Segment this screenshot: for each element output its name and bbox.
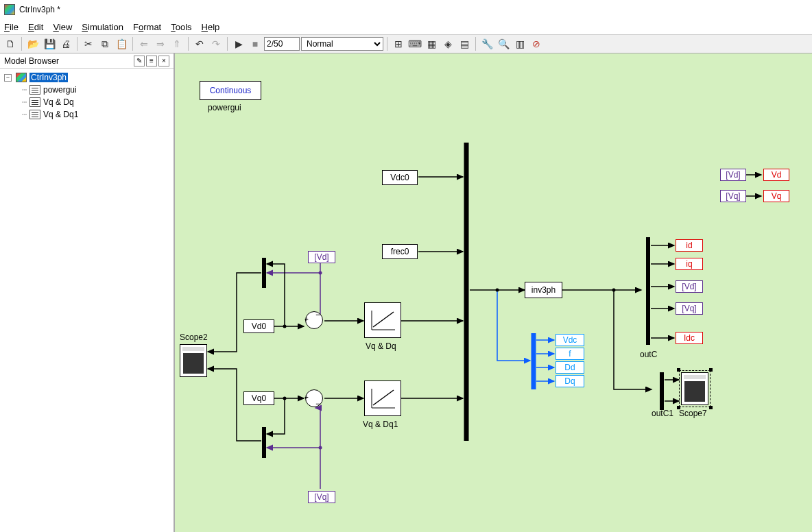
block-from-vq-top[interactable]: [Vq] <box>720 190 746 202</box>
block-out-vd-top[interactable]: Vd <box>763 169 789 181</box>
play-icon[interactable]: ▶ <box>231 36 246 51</box>
config-icon[interactable]: ▥ <box>512 36 527 51</box>
menu-simulation[interactable]: Simulation <box>82 22 123 32</box>
block-tf-q[interactable] <box>364 380 401 416</box>
tree-label: powergui <box>43 85 77 95</box>
save-icon[interactable]: 💾 <box>42 36 57 51</box>
block-from-vd-top[interactable]: [Vd] <box>720 169 746 181</box>
block-sum-d[interactable]: + − <box>305 311 323 329</box>
main: Model Browser ✎ ≡ × − CtrInv3ph ┄ powerg… <box>0 53 812 532</box>
sidebar-title: Model Browser <box>4 56 59 66</box>
block-scope7[interactable] <box>681 372 708 405</box>
canvas[interactable]: Continuous powergui Vdc0 frec0 Vd0 Vq0 [… <box>175 53 812 532</box>
svg-point-25 <box>319 446 322 450</box>
app-icon <box>4 4 15 15</box>
menu-help[interactable]: Help <box>202 22 220 32</box>
block-tf-d[interactable] <box>364 302 401 338</box>
block-bus-dd[interactable]: Dd <box>556 361 584 374</box>
tool-icon-1[interactable]: ⊞ <box>391 36 406 51</box>
menubar: File Edit View Simulation Format Tools H… <box>0 19 812 34</box>
block-inv3ph[interactable]: inv3ph <box>525 282 562 298</box>
block-bus-dq[interactable]: Dq <box>556 375 584 387</box>
block-from-vd[interactable]: [Vd] <box>308 251 335 263</box>
target-icon[interactable]: ⊘ <box>529 36 544 51</box>
block-scope2[interactable] <box>180 344 207 377</box>
block-out-vq-top[interactable]: Vq <box>763 190 789 202</box>
tree-item-powergui[interactable]: ┄ powergui <box>4 84 169 96</box>
subsystem-icon <box>29 97 40 107</box>
paste-icon[interactable]: 📋 <box>114 36 129 51</box>
open-icon[interactable]: 📂 <box>25 36 40 51</box>
label-outc: outC <box>640 350 657 359</box>
block-bus-vdc[interactable]: Vdc <box>556 334 584 346</box>
model-icon <box>16 73 27 82</box>
tree-root-label: CtrInv3ph <box>29 73 68 82</box>
svg-point-24 <box>283 397 287 400</box>
tool-icon-2[interactable]: ⌨ <box>407 36 422 51</box>
block-from-vq[interactable]: [Vq] <box>308 491 335 503</box>
block-out-iq[interactable]: iq <box>676 258 703 270</box>
tree-label: Vq & Dq <box>43 97 74 107</box>
tool-icon-3[interactable]: ▦ <box>424 36 439 51</box>
copy-icon[interactable]: ⧉ <box>97 36 112 51</box>
menu-tools[interactable]: Tools <box>171 22 191 32</box>
menu-view[interactable]: View <box>53 22 72 32</box>
svg-line-36 <box>373 312 394 327</box>
menu-edit[interactable]: Edit <box>28 22 43 32</box>
label-vqdq1: Vq & Dq1 <box>363 420 398 429</box>
sidebar-tool-2-icon[interactable]: ≡ <box>146 56 157 66</box>
stop-icon[interactable]: ■ <box>248 36 263 51</box>
explorer-icon[interactable]: 🔍 <box>496 36 511 51</box>
redo-icon[interactable]: ↷ <box>208 36 224 51</box>
block-vdc0[interactable]: Vdc0 <box>382 170 418 185</box>
label-scope7: Scope7 <box>679 409 707 418</box>
mode-select[interactable]: Normal <box>301 37 383 51</box>
print-icon[interactable]: 🖨 <box>58 36 73 51</box>
tree: − CtrInv3ph ┄ powergui ┄ Vq & Dq ┄ Vq & <box>0 69 174 123</box>
block-vd0[interactable]: Vd0 <box>243 319 274 333</box>
step-input[interactable] <box>264 37 300 51</box>
forward-icon[interactable]: ⇒ <box>153 36 168 51</box>
tool-icon-4[interactable]: ◈ <box>440 36 455 51</box>
sidebar-header: Model Browser ✎ ≡ × <box>0 53 174 69</box>
window-title: CtrInv3ph * <box>19 5 60 14</box>
block-sum-q[interactable]: + − <box>305 389 323 407</box>
block-powergui[interactable]: Continuous <box>200 81 261 100</box>
svg-line-39 <box>373 390 394 405</box>
sidebar-tool-1-icon[interactable]: ✎ <box>134 56 145 66</box>
block-out-idc[interactable]: Idc <box>676 332 703 344</box>
subsystem-icon <box>29 110 40 119</box>
toolbar: 🗋 📂 💾 🖨 ✂ ⧉ 📋 ⇐ ⇒ ⇑ ↶ ↷ ▶ ■ Normal ⊞ ⌨ ▦… <box>0 34 812 53</box>
block-goto-vd[interactable]: [Vd] <box>676 280 703 293</box>
block-bus-f[interactable]: f <box>556 348 584 360</box>
svg-point-27 <box>496 289 499 292</box>
label-powergui: powergui <box>208 103 241 112</box>
tree-root-row[interactable]: − CtrInv3ph <box>4 71 169 84</box>
block-out-id[interactable]: id <box>676 239 703 252</box>
expand-icon[interactable]: − <box>4 74 12 82</box>
tool-icon-5[interactable]: ▤ <box>457 36 472 51</box>
sidebar-close-icon[interactable]: × <box>158 56 169 66</box>
tree-label: Vq & Dq1 <box>43 110 78 119</box>
model-browser-panel: Model Browser ✎ ≡ × − CtrInv3ph ┄ powerg… <box>0 53 175 532</box>
tree-item-vqdq[interactable]: ┄ Vq & Dq <box>4 96 169 108</box>
back-icon[interactable]: ⇐ <box>136 36 152 51</box>
block-vq0[interactable]: Vq0 <box>243 391 274 405</box>
label-vqdq: Vq & Dq <box>366 341 396 351</box>
menu-file[interactable]: File <box>4 22 19 32</box>
library-icon[interactable]: 🔧 <box>479 36 494 51</box>
block-frec0[interactable]: frec0 <box>382 244 418 259</box>
wire-layer <box>175 53 812 532</box>
subsystem-icon <box>29 85 40 95</box>
menu-format[interactable]: Format <box>133 22 161 32</box>
tree-item-vqdq1[interactable]: ┄ Vq & Dq1 <box>4 108 169 121</box>
cut-icon[interactable]: ✂ <box>81 36 96 51</box>
svg-point-19 <box>283 325 287 328</box>
up-icon[interactable]: ⇑ <box>169 36 184 51</box>
new-icon[interactable]: 🗋 <box>3 36 18 51</box>
svg-point-15 <box>319 271 322 275</box>
titlebar: CtrInv3ph * <box>0 0 812 19</box>
label-outc1: outC1 <box>652 409 673 418</box>
undo-icon[interactable]: ↶ <box>192 36 207 51</box>
block-goto-vq[interactable]: [Vq] <box>676 302 703 315</box>
